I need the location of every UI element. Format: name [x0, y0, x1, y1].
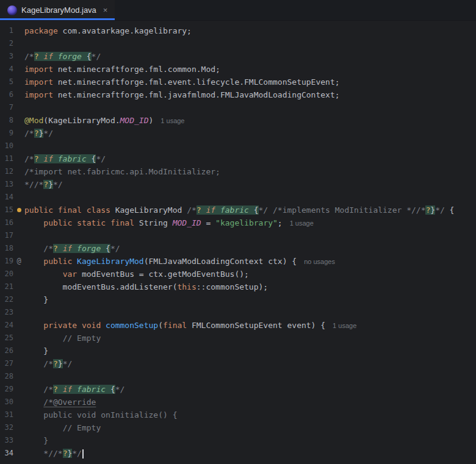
text-cursor	[82, 449, 84, 459]
gutter-spacer	[13, 332, 24, 344]
line-number[interactable]: 32	[0, 421, 13, 434]
code-line[interactable]: 1package com.avatarkage.kagelibrary;	[0, 24, 476, 37]
line-number[interactable]: 1	[0, 24, 13, 37]
line-number[interactable]: 27	[0, 357, 13, 370]
code-line[interactable]: 6import net.minecraftforge.fml.javafmlmo…	[0, 88, 476, 101]
line-number[interactable]: 33	[0, 434, 13, 447]
line-number[interactable]: 10	[0, 140, 13, 152]
line-number[interactable]: 26	[0, 344, 13, 357]
code-line[interactable]: 9/*?}*/	[0, 127, 476, 140]
line-number[interactable]: 14	[0, 191, 13, 204]
line-number[interactable]: 18	[0, 242, 13, 255]
code-line[interactable]: 12/*import net.fabricmc.api.ModInitializ…	[0, 165, 476, 178]
code-line[interactable]: 29 /*? if fabric {*/	[0, 383, 476, 396]
line-number[interactable]: 15	[0, 204, 13, 216]
line-number[interactable]: 4	[0, 63, 13, 76]
code-line[interactable]: 27 /*?}*/	[0, 357, 476, 370]
gutter-at-icon[interactable]: @	[13, 255, 24, 268]
line-number[interactable]: 24	[0, 319, 13, 332]
code-text: public void onInitialize() {	[24, 409, 177, 421]
line-number[interactable]: 34	[0, 447, 13, 460]
code-text: /*? if forge {*/	[24, 242, 120, 255]
line-number[interactable]: 8	[0, 114, 13, 127]
code-line[interactable]: 14	[0, 191, 476, 204]
line-number[interactable]: 6	[0, 88, 13, 101]
code-line[interactable]: 15public final class KageLibraryMod /*? …	[0, 204, 476, 216]
gutter-spacer	[13, 396, 24, 409]
code-line[interactable]: 30 /*@Override	[0, 396, 476, 409]
line-number[interactable]: 28	[0, 370, 13, 383]
code-line[interactable]: 26 }	[0, 344, 476, 357]
code-line[interactable]: 20 var modEventBus = ctx.getModEventBus(…	[0, 268, 476, 280]
code-text: /*import net.fabricmc.api.ModInitializer…	[24, 165, 220, 178]
code-line[interactable]: 7	[0, 101, 476, 114]
gutter-spacer	[13, 24, 24, 37]
code-line[interactable]: 31 public void onInitialize() {	[0, 409, 476, 421]
tab-kagelibrarymod-java[interactable]: KageLibraryMod.java ×	[0, 0, 115, 20]
line-number[interactable]: 20	[0, 268, 13, 280]
code-line[interactable]: 18 /*? if forge {*/	[0, 242, 476, 255]
code-line[interactable]: 24 private void commonSetup(final FMLCom…	[0, 319, 476, 332]
code-line[interactable]: 19@ public KageLibraryMod(FMLJavaModLoad…	[0, 255, 476, 268]
line-number[interactable]: 13	[0, 178, 13, 191]
gutter-dot-icon[interactable]	[13, 204, 24, 216]
usage-hint[interactable]: 1 usage	[333, 322, 356, 329]
code-line[interactable]: 3/*? if forge {*/	[0, 50, 476, 63]
code-line[interactable]: 16 public static final String MOD_ID = "…	[0, 216, 476, 229]
code-line[interactable]: 5import net.minecraftforge.fml.event.lif…	[0, 76, 476, 88]
code-text: @Mod(KageLibraryMod.MOD_ID)1 usage	[24, 114, 185, 127]
gutter-spacer	[13, 421, 24, 434]
code-text: import net.minecraftforge.fml.javafmlmod…	[24, 88, 340, 101]
line-number[interactable]: 9	[0, 127, 13, 140]
gutter-spacer	[13, 216, 24, 229]
line-number[interactable]: 23	[0, 306, 13, 319]
line-number[interactable]: 17	[0, 229, 13, 242]
line-number[interactable]: 3	[0, 50, 13, 63]
gutter-spacer	[13, 88, 24, 101]
gutter-spacer	[13, 229, 24, 242]
usage-hint[interactable]: no usages	[304, 258, 335, 265]
java-file-icon	[7, 5, 17, 15]
code-line[interactable]: 2	[0, 37, 476, 50]
code-line[interactable]: 23	[0, 306, 476, 319]
gutter-spacer	[13, 101, 24, 114]
code-line[interactable]: 25 // Empty	[0, 332, 476, 344]
gutter-spacer	[13, 447, 24, 460]
gutter-spacer	[13, 383, 24, 396]
code-text: public static final String MOD_ID = "kag…	[24, 216, 314, 229]
code-editor[interactable]: 1package com.avatarkage.kagelibrary;23/*…	[0, 21, 476, 464]
line-number[interactable]: 29	[0, 383, 13, 396]
code-line[interactable]: 33 }	[0, 434, 476, 447]
line-number[interactable]: 12	[0, 165, 13, 178]
code-line[interactable]: 32 // Empty	[0, 421, 476, 434]
tab-close-icon[interactable]: ×	[103, 6, 108, 14]
code-line[interactable]: 17	[0, 229, 476, 242]
line-number[interactable]: 19	[0, 255, 13, 268]
gutter-spacer	[13, 268, 24, 280]
line-number[interactable]: 2	[0, 37, 13, 50]
code-text: var modEventBus = ctx.getModEventBus();	[24, 268, 249, 280]
code-line[interactable]: 21 modEventBus.addListener(this::commonS…	[0, 280, 476, 293]
code-text: /*? if fabric {*/	[24, 383, 124, 396]
usage-hint[interactable]: 1 usage	[290, 220, 314, 227]
line-number[interactable]: 22	[0, 293, 13, 306]
line-number[interactable]: 21	[0, 280, 13, 293]
usage-hint[interactable]: 1 usage	[160, 117, 184, 124]
line-number[interactable]: 30	[0, 396, 13, 409]
code-line[interactable]: 11/*? if fabric {*/	[0, 152, 476, 165]
code-line[interactable]: 22 }	[0, 293, 476, 306]
code-line[interactable]: 10	[0, 140, 476, 152]
line-number[interactable]: 31	[0, 409, 13, 421]
line-number[interactable]: 25	[0, 332, 13, 344]
code-line[interactable]: 13*//*?}*/	[0, 178, 476, 191]
code-line[interactable]: 28	[0, 370, 476, 383]
code-line[interactable]: 34 *//*?}*/	[0, 447, 476, 460]
editor-tab-bar: KageLibraryMod.java ×	[0, 0, 476, 21]
line-number[interactable]: 16	[0, 216, 13, 229]
gutter-spacer	[13, 242, 24, 255]
code-line[interactable]: 8@Mod(KageLibraryMod.MOD_ID)1 usage	[0, 114, 476, 127]
line-number[interactable]: 11	[0, 152, 13, 165]
code-line[interactable]: 4import net.minecraftforge.fml.common.Mo…	[0, 63, 476, 76]
line-number[interactable]: 5	[0, 76, 13, 88]
line-number[interactable]: 7	[0, 101, 13, 114]
